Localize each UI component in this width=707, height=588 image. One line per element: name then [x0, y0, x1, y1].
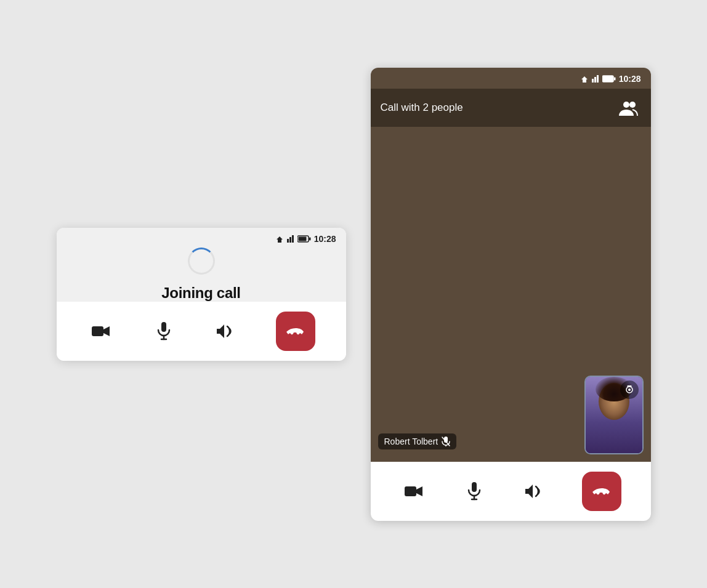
- right-phone: 10:28 Call with 2 people: [371, 68, 651, 521]
- svg-rect-1: [289, 237, 291, 243]
- call-title: Call with 2 people: [381, 102, 463, 114]
- left-speaker-button[interactable]: [212, 318, 239, 344]
- left-status-bar: 10:28: [57, 228, 346, 248]
- right-video-button[interactable]: [400, 480, 428, 503]
- svg-rect-11: [594, 77, 596, 83]
- participant-label: Robert Tolbert: [378, 433, 457, 449]
- svg-rect-22: [405, 486, 416, 496]
- svg-rect-12: [597, 75, 599, 83]
- joining-text: Joining call: [161, 284, 240, 302]
- loading-spinner: [188, 248, 215, 275]
- svg-rect-5: [309, 237, 311, 240]
- svg-point-21: [628, 389, 631, 391]
- people-button[interactable]: [616, 97, 641, 118]
- left-video-button[interactable]: [87, 320, 115, 343]
- call-header: Call with 2 people: [371, 89, 651, 127]
- joining-screen: Joining call: [57, 248, 346, 302]
- right-status-bar: 10:28: [371, 68, 651, 87]
- svg-point-16: [623, 102, 629, 108]
- camera-switch-button[interactable]: [620, 381, 639, 399]
- svg-point-17: [629, 102, 636, 108]
- mute-icon: [442, 437, 450, 446]
- right-end-call-button[interactable]: [582, 472, 621, 511]
- svg-rect-6: [92, 326, 103, 336]
- right-speaker-button[interactable]: [520, 478, 547, 504]
- participant-name: Robert Tolbert: [384, 437, 438, 446]
- svg-rect-10: [592, 79, 594, 83]
- right-time: 10:28: [619, 74, 641, 84]
- right-mic-button[interactable]: [463, 477, 486, 505]
- svg-rect-23: [472, 482, 477, 492]
- self-video-thumbnail: [584, 376, 644, 454]
- right-bottom-bar: [371, 462, 651, 521]
- left-time: 10:28: [314, 234, 336, 244]
- svg-rect-0: [287, 239, 289, 243]
- svg-rect-14: [603, 76, 611, 81]
- left-bottom-bar: [57, 302, 346, 361]
- svg-rect-15: [614, 77, 616, 80]
- svg-rect-4: [298, 236, 306, 241]
- svg-rect-7: [161, 322, 166, 332]
- left-mic-button[interactable]: [152, 317, 176, 345]
- svg-rect-2: [292, 235, 294, 243]
- left-phone: 10:28 Joining call: [57, 228, 346, 361]
- video-area: 10:28 Call with 2 people: [371, 68, 651, 462]
- left-end-call-button[interactable]: [276, 312, 315, 351]
